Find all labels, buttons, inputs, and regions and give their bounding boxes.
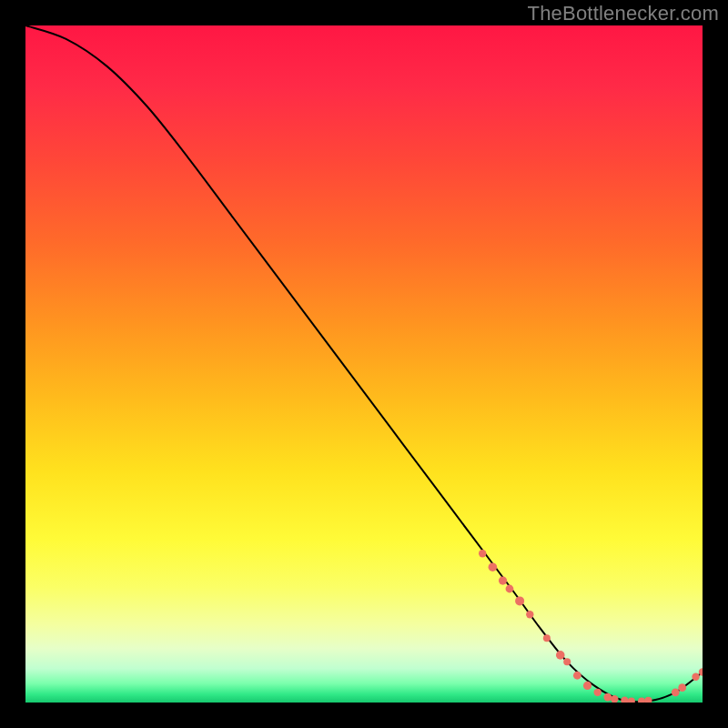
data-marker	[515, 596, 524, 605]
data-marker	[628, 698, 635, 703]
data-marker	[583, 682, 592, 690]
data-marker	[692, 673, 699, 681]
data-marker	[543, 634, 551, 642]
data-marker	[479, 550, 486, 557]
data-marker	[499, 576, 507, 584]
attribution-text: TheBottlenecker.com	[528, 2, 719, 25]
data-marker	[678, 683, 686, 692]
data-marker	[573, 672, 581, 680]
data-marker	[638, 698, 645, 703]
data-marker	[526, 611, 533, 618]
data-markers	[479, 550, 703, 703]
data-marker	[556, 651, 565, 660]
data-marker	[593, 689, 601, 696]
plot-area	[25, 25, 703, 703]
data-marker	[644, 697, 652, 703]
chart-overlay	[25, 25, 703, 703]
data-marker	[563, 658, 571, 665]
chart-container: TheBottlenecker.com	[0, 0, 728, 728]
bottleneck-curve	[25, 25, 703, 702]
data-marker	[672, 688, 680, 696]
data-marker	[506, 585, 514, 593]
data-marker	[603, 693, 612, 702]
data-marker	[489, 562, 498, 571]
data-marker	[621, 697, 628, 703]
